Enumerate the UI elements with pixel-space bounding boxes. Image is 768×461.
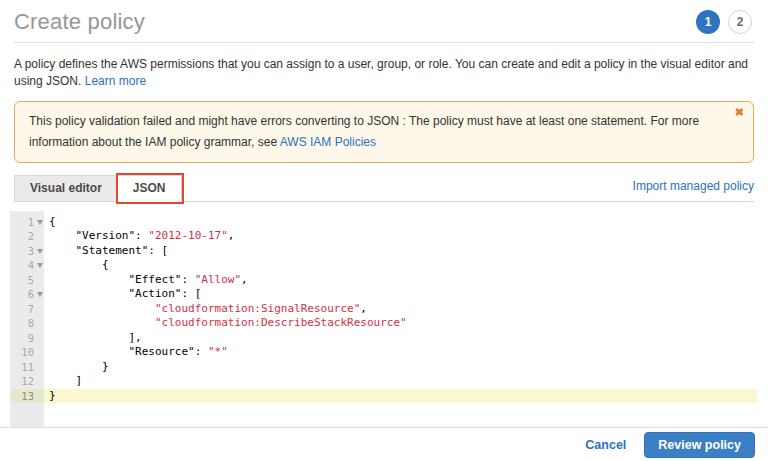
step-2-badge: 2 — [728, 10, 752, 34]
intro-text: A policy defines the AWS permissions tha… — [0, 43, 768, 90]
gutter-line-number: 3 — [10, 244, 44, 259]
validation-warning-banner: ✖ This policy validation failed and migh… — [14, 101, 754, 163]
gutter-line-number: 13 — [10, 389, 44, 404]
code-line[interactable]: } — [44, 360, 757, 375]
gutter-line-number: 4 — [10, 258, 44, 273]
learn-more-link[interactable]: Learn more — [85, 74, 146, 88]
editor-tabbar: Visual editor JSON Import managed policy — [14, 175, 754, 202]
cancel-button[interactable]: Cancel — [585, 438, 626, 452]
gutter-line-number: 11 — [10, 360, 44, 375]
step-1-badge: 1 — [696, 10, 720, 34]
code-line[interactable]: "Resource": "*" — [44, 345, 757, 360]
review-policy-button[interactable]: Review policy — [644, 432, 755, 458]
editor-gutter: 12345678910111213 — [10, 211, 44, 461]
fold-toggle-icon[interactable] — [37, 292, 43, 297]
tab-visual-editor[interactable]: Visual editor — [14, 175, 118, 202]
iam-policies-link[interactable]: AWS IAM Policies — [280, 135, 376, 149]
banner-close-icon[interactable]: ✖ — [735, 107, 744, 118]
gutter-line-number: 1 — [10, 215, 44, 230]
gutter-line-number: 12 — [10, 374, 44, 389]
gutter-line-number: 8 — [10, 316, 44, 331]
code-line[interactable]: { — [44, 258, 757, 273]
tab-json[interactable]: JSON — [118, 175, 182, 202]
gutter-line-number: 10 — [10, 345, 44, 360]
code-line[interactable]: } — [44, 389, 757, 404]
gutter-line-number: 9 — [10, 331, 44, 346]
fold-toggle-icon[interactable] — [37, 220, 43, 225]
json-policy-editor[interactable]: 12345678910111213 { "Version": "2012-10-… — [10, 211, 757, 461]
editor-code[interactable]: { "Version": "2012-10-17", "Statement": … — [44, 211, 757, 461]
code-line[interactable]: "Statement": [ — [44, 244, 757, 259]
code-line[interactable]: "cloudformation:DescribeStackResource" — [44, 316, 757, 331]
page-header: Create policy 1 2 — [0, 0, 768, 42]
page-title: Create policy — [14, 9, 145, 35]
fold-toggle-icon[interactable] — [37, 249, 43, 254]
code-line[interactable]: "Version": "2012-10-17", — [44, 229, 757, 244]
gutter-line-number: 7 — [10, 302, 44, 317]
code-line[interactable]: "Effect": "Allow", — [44, 273, 757, 288]
gutter-line-number: 2 — [10, 229, 44, 244]
fold-toggle-icon[interactable] — [37, 263, 43, 268]
code-line[interactable]: ], — [44, 331, 757, 346]
footer-bar: Cancel Review policy — [0, 427, 768, 461]
step-indicator: 1 2 — [696, 10, 752, 34]
gutter-line-number: 5 — [10, 273, 44, 288]
code-line[interactable]: { — [44, 215, 757, 230]
code-line[interactable]: "cloudformation:SignalResource", — [44, 302, 757, 317]
import-managed-policy-link[interactable]: Import managed policy — [633, 179, 754, 197]
code-line[interactable]: ] — [44, 374, 757, 389]
gutter-line-number: 6 — [10, 287, 44, 302]
code-line[interactable]: "Action": [ — [44, 287, 757, 302]
